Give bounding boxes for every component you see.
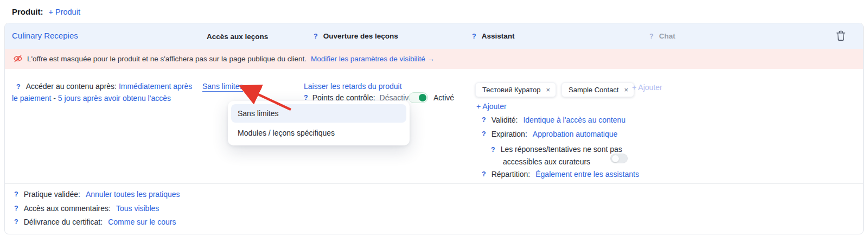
certificate-value-link[interactable]: Comme sur le cours [108, 218, 176, 226]
dropdown-option-modules[interactable]: Modules / leçons spécifiques [231, 124, 406, 142]
assistant-tags: Тестовий Куратор × Sample Contact × [475, 82, 634, 97]
eye-off-icon [13, 54, 23, 63]
offer-settings-screen: Produit: + Produit Culinary Recepies Acc… [0, 0, 868, 242]
validity-label: Validité: [492, 116, 518, 124]
remove-tag-icon[interactable]: × [546, 86, 550, 94]
product-toolbar: Produit: + Produit [12, 7, 80, 16]
repartition-label: Répartition: [492, 170, 531, 179]
access-duration-link[interactable]: 5 jours après avoir obtenu l'accès [58, 94, 171, 103]
comments-access-label: Accès aux commentaires: [24, 204, 111, 213]
chat-add-link-disabled: + Ajouter [632, 83, 662, 92]
help-icon[interactable]: ? [472, 33, 476, 40]
help-icon[interactable]: ? [14, 190, 18, 198]
checkpoints-toggle[interactable] [409, 92, 428, 103]
validity-row: ? Validité: Identique à l'accès au conte… [482, 116, 626, 124]
help-icon[interactable]: ? [482, 170, 486, 178]
offer-header-band [5, 23, 863, 49]
responses-visibility-row: ?Les réponses/tentatives ne sont pas acc… [491, 143, 622, 168]
trash-icon [836, 30, 846, 43]
visibility-warning: L'offre est masquée pour le produit et n… [13, 54, 435, 63]
responses-toggle[interactable] [610, 154, 628, 163]
help-icon[interactable]: ? [16, 83, 21, 91]
help-icon[interactable]: ? [14, 205, 18, 212]
column-header-chat: ? Chat [649, 32, 675, 40]
toggle-knob [612, 155, 619, 162]
help-icon[interactable]: ? [491, 146, 495, 154]
validity-value-link[interactable]: Identique à l'accès au contenu [523, 116, 626, 124]
comments-access-value-link[interactable]: Tous visibles [116, 204, 159, 213]
visibility-settings-link[interactable]: Modifier les paramètres de visibilité → [311, 55, 435, 63]
validated-practice-label: Pratique validée: [24, 190, 80, 199]
expiration-value-link[interactable]: Approbation automatique [533, 130, 617, 138]
column-header-lesson-access: Accès aux leçons [207, 33, 268, 41]
help-icon[interactable]: ? [649, 33, 654, 40]
warning-text: L'offre est masquée pour le produit et n… [27, 55, 307, 63]
certificate-label: Délivrance du certificat: [24, 218, 103, 226]
access-after-row: ?Accéder au contenu après: Immédiatement… [12, 81, 199, 104]
remove-tag-icon[interactable]: × [624, 86, 628, 94]
help-icon[interactable]: ? [14, 218, 18, 226]
comments-access-row: ? Accès aux commentaires: Tous visibles [14, 204, 159, 213]
product-label: Produit: [12, 7, 43, 16]
lesson-access-dropdown: Sans limites Modules / leçons spécifique… [228, 101, 410, 145]
add-assistant-link[interactable]: + Ajouter [476, 102, 507, 111]
access-after-label: Accéder au contenu après: [26, 82, 117, 91]
repartition-value-link[interactable]: Également entre les assistants [535, 170, 639, 179]
help-icon[interactable]: ? [482, 116, 486, 124]
assistant-tag[interactable]: Sample Contact × [561, 82, 634, 97]
column-header-lesson-opening: ? Ouverture des leçons [314, 32, 398, 40]
cancel-practices-link[interactable]: Annuler toutes les pratiques [86, 190, 180, 199]
checkpoints-on-label: Activé [433, 93, 454, 102]
offer-title-link[interactable]: Culinary Recepies [12, 31, 78, 40]
help-icon[interactable]: ? [482, 130, 486, 138]
column-header-assistant: ? Assistant [472, 32, 514, 40]
help-icon[interactable]: ? [304, 94, 308, 101]
expiration-label: Expiration: [492, 130, 527, 138]
assistant-tag[interactable]: Тестовий Куратор × [475, 82, 556, 97]
lesson-access-selected-link[interactable]: Sans limites [202, 82, 243, 92]
repartition-row: ? Répartition: Également entre les assis… [482, 170, 639, 179]
help-icon[interactable]: ? [314, 33, 318, 40]
dropdown-option-sans-limites[interactable]: Sans limites [231, 104, 406, 123]
delete-offer-button[interactable] [836, 30, 846, 43]
certificate-row: ? Délivrance du certificat: Comme sur le… [14, 218, 176, 226]
toggle-knob [419, 94, 426, 101]
footer-divider [5, 183, 863, 184]
expiration-row: ? Expiration: Approbation automatique [482, 130, 617, 138]
product-delays-link[interactable]: Laisser les retards du produit [304, 82, 402, 91]
validated-practice-row: ? Pratique validée: Annuler toutes les p… [14, 190, 180, 199]
add-product-link[interactable]: + Produit [49, 8, 80, 16]
